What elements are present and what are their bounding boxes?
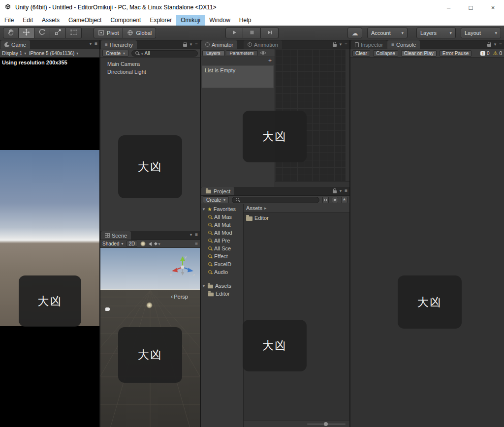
axis-y-label[interactable]: y	[185, 255, 187, 259]
chevron-down-icon[interactable]: ▾	[90, 41, 92, 46]
collapse-button[interactable]: Collapse	[373, 50, 398, 57]
perspective-mode-label[interactable]: ‹ Persp	[171, 293, 188, 300]
lock-icon[interactable]	[333, 44, 337, 47]
minimize-button[interactable]: –	[438, 0, 460, 15]
cloud-services-button[interactable]: ☁	[347, 28, 362, 38]
project-search-input[interactable]	[232, 197, 319, 203]
info-count-button[interactable]: ! 0	[480, 51, 490, 56]
move-tool-button[interactable]	[19, 28, 34, 38]
shading-mode-dropdown[interactable]: Shaded	[102, 241, 124, 247]
layers-tab-button[interactable]: Layers	[202, 50, 224, 56]
layers-dropdown[interactable]: Layers	[416, 28, 456, 38]
search-by-type-button[interactable]	[322, 197, 329, 203]
menu-help[interactable]: Help	[235, 15, 256, 26]
hand-tool-button[interactable]	[3, 28, 19, 38]
menu-component[interactable]: Component	[106, 15, 145, 26]
tab-project[interactable]: Project	[201, 187, 234, 195]
close-button[interactable]: ×	[482, 0, 504, 15]
chevron-down-icon[interactable]: ▾	[340, 188, 342, 193]
hierarchy-search-input[interactable]: All	[131, 50, 198, 57]
scene-audio-toggle-icon[interactable]	[149, 242, 152, 246]
scale-tool-button[interactable]	[50, 28, 66, 38]
panel-menu-icon[interactable]: ≡	[345, 42, 347, 47]
menu-window[interactable]: Window	[205, 15, 235, 26]
favorite-search-item[interactable]: All Pre	[201, 237, 243, 244]
scene-orientation-gizmo[interactable]: y x z	[169, 254, 196, 278]
breadcrumb-assets[interactable]: Assets	[246, 205, 262, 211]
rect-tool-button[interactable]	[66, 28, 82, 38]
project-create-button[interactable]: Create	[203, 196, 229, 203]
panel-menu-icon[interactable]: ≡	[94, 41, 97, 46]
warning-count-button[interactable]: ⚠ 0	[493, 51, 502, 56]
menu-omikuji[interactable]: Omikuji	[176, 15, 205, 26]
favorite-search-item[interactable]: All Mat	[201, 221, 243, 229]
menu-explorer[interactable]: Explorer	[145, 15, 176, 26]
favorite-search-item[interactable]: All Mas	[201, 213, 243, 221]
2d-toggle-button[interactable]: 2D	[126, 241, 138, 247]
game-viewport[interactable]: Using resolution 200x355	[0, 58, 99, 427]
gizmos-menu-icon[interactable]: ≡	[195, 242, 198, 246]
panel-menu-icon[interactable]: ≡	[195, 42, 198, 47]
assets-header[interactable]: ▼ Assets	[201, 282, 243, 290]
tab-inspector[interactable]: Inspector	[351, 40, 387, 49]
rotate-tool-button[interactable]	[34, 28, 50, 38]
save-search-button[interactable]: ★	[341, 197, 347, 203]
hierarchy-item-directional-light[interactable]: Directional Light	[100, 68, 200, 76]
tab-game[interactable]: Game	[0, 40, 30, 49]
chevron-down-icon[interactable]: ▾	[190, 42, 192, 47]
axis-z-label[interactable]: z	[193, 273, 195, 277]
tab-scene[interactable]: Scene	[101, 231, 131, 240]
favorites-header[interactable]: ▼ ★ Favorites	[201, 205, 243, 213]
horizontal-scrollbar[interactable]	[275, 181, 349, 187]
pivot-toggle-button[interactable]: Pivot	[94, 28, 123, 38]
panel-menu-icon[interactable]: ≡	[345, 188, 347, 193]
foldout-icon[interactable]: ▼	[202, 207, 206, 212]
tab-hierarchy[interactable]: ≡ Hierarchy	[101, 40, 137, 49]
eye-icon[interactable]	[260, 51, 266, 55]
search-filter-caret-icon[interactable]	[141, 51, 143, 56]
menu-edit[interactable]: Edit	[18, 15, 37, 26]
effects-dropdown[interactable]: ▾	[155, 242, 160, 246]
chevron-down-icon[interactable]: ▾	[494, 42, 497, 47]
axis-x-label[interactable]: x	[170, 273, 172, 277]
tree-folder-editor[interactable]: Editor	[201, 290, 243, 298]
lock-icon[interactable]	[487, 44, 491, 47]
account-dropdown[interactable]: Account	[367, 28, 408, 38]
search-by-label-button[interactable]	[332, 197, 338, 203]
tab-animation[interactable]: Animation	[244, 40, 282, 49]
menu-assets[interactable]: Assets	[37, 15, 64, 26]
panel-menu-icon[interactable]: ≡	[499, 42, 502, 47]
layout-dropdown[interactable]: Layout	[461, 28, 501, 38]
favorite-search-item[interactable]: Audio	[201, 268, 243, 276]
menu-gameobject[interactable]: GameObject	[64, 15, 106, 26]
icon-zoom-slider[interactable]	[307, 424, 346, 425]
add-layer-button[interactable]: +	[268, 58, 272, 63]
favorite-search-item[interactable]: All Sce	[201, 244, 243, 252]
sun-gizmo-icon[interactable]	[146, 302, 153, 308]
parameters-tab-button[interactable]: Parameters	[226, 50, 258, 56]
scene-lighting-toggle-icon[interactable]	[140, 241, 146, 246]
clear-on-play-button[interactable]: Clear on Play	[401, 50, 437, 57]
favorite-search-item[interactable]: All Mod	[201, 229, 243, 237]
zoom-slider-knob[interactable]	[324, 422, 328, 426]
lock-icon[interactable]	[183, 44, 187, 47]
chevron-down-icon[interactable]: ▾	[340, 42, 342, 47]
chevron-down-icon[interactable]: ▾	[190, 232, 192, 237]
favorite-search-item[interactable]: ExcelD	[201, 260, 243, 268]
vertical-scrollbar[interactable]	[346, 49, 349, 181]
tab-animator[interactable]: Animator	[201, 40, 237, 49]
panel-menu-icon[interactable]: ≡	[195, 232, 198, 237]
favorite-search-item[interactable]: Effect	[201, 252, 243, 260]
aspect-dropdown[interactable]: iPhone 5 (640x1136)	[29, 50, 78, 57]
hierarchy-create-button[interactable]: Create	[102, 50, 128, 57]
hierarchy-item-main-camera[interactable]: Main Camera	[100, 60, 200, 68]
foldout-icon[interactable]: ▼	[202, 284, 206, 288]
tab-console[interactable]: ≡ Console	[387, 40, 420, 49]
play-button[interactable]	[225, 28, 243, 38]
step-button[interactable]	[261, 28, 279, 38]
maximize-button[interactable]: □	[460, 0, 482, 15]
lock-icon[interactable]	[333, 190, 337, 193]
display-dropdown[interactable]: Display 1	[2, 50, 26, 57]
global-toggle-button[interactable]: Global	[123, 28, 156, 38]
clear-button[interactable]: Clear	[352, 50, 370, 57]
